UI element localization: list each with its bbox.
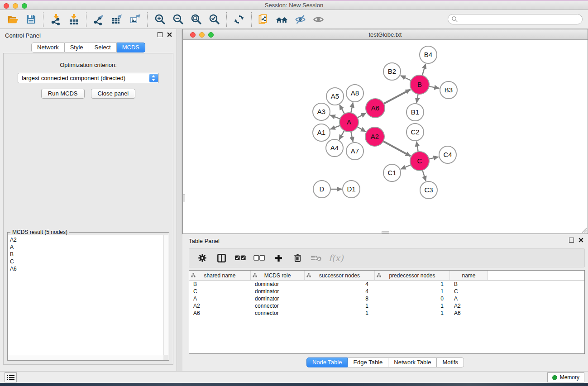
float-panel-icon[interactable] <box>158 32 163 37</box>
table-cell[interactable]: 1 <box>375 310 450 317</box>
graph-edge-A2-C[interactable] <box>383 141 410 156</box>
result-horizontal-scrollbar[interactable] <box>8 355 163 360</box>
mcds-result-list[interactable]: A2ABCA6 <box>8 235 163 355</box>
table-close-panel-icon[interactable] <box>578 238 583 243</box>
close-panel-button[interactable]: Close panel <box>91 89 136 99</box>
table-row[interactable]: A2connector11A2 <box>189 302 584 310</box>
delete-column-button[interactable] <box>289 250 306 266</box>
graph-node-C[interactable]: C <box>410 152 429 171</box>
table-cell[interactable]: A <box>450 295 488 302</box>
graph-node-C4[interactable]: C4 <box>439 146 456 163</box>
graph-edge-A-A2[interactable] <box>357 127 366 131</box>
graph-edge-A-A5[interactable] <box>339 105 344 114</box>
refresh-view-button[interactable] <box>230 12 248 27</box>
column-header-MCDS-role[interactable]: MCDS role <box>251 271 305 280</box>
column-header-successor-nodes[interactable]: successor nodes <box>305 271 375 280</box>
tab-motifs[interactable]: Motifs <box>437 357 464 367</box>
table-cell[interactable]: 1 <box>305 310 375 317</box>
graph-node-C3[interactable]: C3 <box>420 181 437 199</box>
result-vertical-scrollbar[interactable] <box>163 235 168 355</box>
table-cell[interactable]: A2 <box>450 302 488 310</box>
result-item[interactable]: A2 <box>10 236 163 243</box>
graph-edge-C-C4[interactable] <box>429 157 438 159</box>
table-cell[interactable]: 1 <box>375 288 450 295</box>
tab-edge-table[interactable]: Edge Table <box>348 357 388 367</box>
canvas-vertical-scroll-nub[interactable] <box>183 194 185 202</box>
result-item[interactable]: A6 <box>10 265 163 272</box>
import-network-button[interactable] <box>47 12 65 27</box>
graph-node-A1[interactable]: A1 <box>313 124 330 141</box>
graph-edge-A-A1[interactable] <box>330 125 340 129</box>
zoom-fit-button[interactable] <box>187 12 205 27</box>
graph-node-A[interactable]: A <box>339 113 359 132</box>
export-image-button[interactable] <box>126 12 144 27</box>
show-graphics-details-button[interactable] <box>309 12 327 27</box>
table-cell[interactable]: dominator <box>251 295 305 302</box>
close-panel-icon[interactable] <box>167 32 172 37</box>
graph-edge-B-B4[interactable] <box>422 64 425 76</box>
table-row[interactable]: Adominator80A <box>189 295 584 302</box>
tab-mcds[interactable]: MCDS <box>117 43 145 52</box>
graph-node-D1[interactable]: D1 <box>343 181 360 198</box>
tab-node-table[interactable]: Node Table <box>306 357 348 367</box>
network-graph[interactable]: B4B2BB3B1A5A8A6A3AA1A4A7A2C2C4CC1C3DD1 <box>183 40 588 234</box>
graph-node-B4[interactable]: B4 <box>420 46 437 63</box>
result-item[interactable]: B <box>10 251 163 258</box>
result-item[interactable]: C <box>10 258 163 265</box>
zoom-selected-button[interactable] <box>205 12 223 27</box>
graph-node-B[interactable]: B <box>410 75 429 94</box>
zoom-out-button[interactable] <box>169 12 187 27</box>
network-from-file-button[interactable] <box>255 12 273 27</box>
graph-node-B3[interactable]: B3 <box>440 81 457 99</box>
table-cell[interactable]: 1 <box>305 302 375 310</box>
create-column-button[interactable] <box>270 250 287 266</box>
table-cell[interactable]: B <box>450 281 488 288</box>
tab-network[interactable]: Network <box>31 43 65 52</box>
home-networks-button[interactable] <box>273 12 291 27</box>
graph-edge-C-C2[interactable] <box>416 142 418 152</box>
table-row[interactable]: Bdominator41B <box>189 281 584 288</box>
show-columns-button[interactable] <box>213 250 230 266</box>
table-cell[interactable]: C <box>450 288 488 295</box>
column-header-shared-name[interactable]: shared name <box>189 271 251 280</box>
table-cell[interactable]: A6 <box>450 310 488 317</box>
run-mcds-button[interactable]: Run MCDS <box>41 89 85 99</box>
graph-node-A8[interactable]: A8 <box>346 85 363 102</box>
graph-node-A3[interactable]: A3 <box>313 103 330 120</box>
task-history-button[interactable] <box>5 372 17 382</box>
graph-edge-A-A6[interactable] <box>358 113 366 118</box>
table-settings-button[interactable] <box>194 250 211 266</box>
graph-node-B1[interactable]: B1 <box>406 104 424 121</box>
table-cell[interactable]: connector <box>251 302 305 310</box>
graph-edge-B-B2[interactable] <box>401 76 411 81</box>
graph-edge-A-A7[interactable] <box>351 132 353 142</box>
hide-graphics-details-button[interactable] <box>291 12 309 27</box>
table-cell[interactable]: C <box>189 288 251 295</box>
network-window-titlebar[interactable]: testGlobe.txt <box>183 29 588 40</box>
graph-edge-B-B3[interactable] <box>429 86 440 88</box>
table-cell[interactable]: A <box>189 295 251 302</box>
export-table-button[interactable] <box>108 12 126 27</box>
table-row[interactable]: Cdominator41C <box>189 288 584 295</box>
function-builder-button[interactable]: f(x) <box>327 253 344 263</box>
table-cell[interactable]: A2 <box>189 302 251 310</box>
tab-style[interactable]: Style <box>65 43 89 52</box>
table-cell[interactable]: 1 <box>375 302 450 310</box>
memory-button[interactable]: Memory <box>547 372 584 382</box>
graph-node-A4[interactable]: A4 <box>326 139 343 157</box>
table-cell[interactable]: A6 <box>189 310 251 317</box>
graph-edge-A-A8[interactable] <box>351 103 353 113</box>
graph-node-A6[interactable]: A6 <box>366 99 385 118</box>
graph-edge-A-A3[interactable] <box>330 115 340 119</box>
table-float-panel-icon[interactable] <box>569 238 574 243</box>
import-table-button[interactable] <box>65 12 83 27</box>
graph-node-C1[interactable]: C1 <box>383 164 401 181</box>
graph-node-D[interactable]: D <box>313 181 330 198</box>
table-cell[interactable]: 8 <box>305 295 375 302</box>
graph-edge-A-A4[interactable] <box>339 130 344 139</box>
table-cell[interactable]: dominator <box>251 288 305 295</box>
table-cell[interactable]: 4 <box>305 281 375 288</box>
graph-edge-B-B1[interactable] <box>416 94 418 103</box>
graph-edge-C-C3[interactable] <box>422 170 425 181</box>
graph-edge-C-C1[interactable] <box>401 165 411 169</box>
